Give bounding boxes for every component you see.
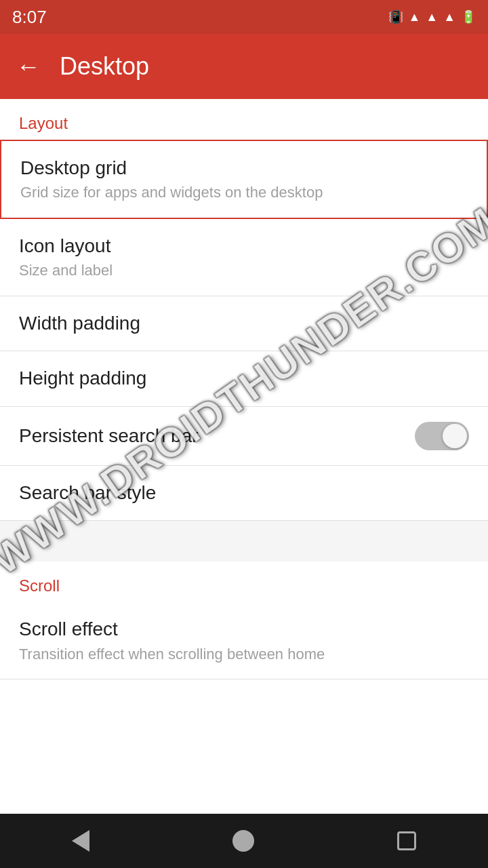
vibrate-icon: 📳 xyxy=(388,9,403,24)
persistent-search-bar-toggle[interactable] xyxy=(415,422,469,450)
recents-nav-icon xyxy=(397,831,416,850)
settings-item-desktop-grid[interactable]: Desktop grid Grid size for apps and widg… xyxy=(0,140,488,219)
bottom-nav xyxy=(0,814,488,868)
back-nav-icon xyxy=(72,830,89,852)
desktop-grid-subtitle: Grid size for apps and widgets on the de… xyxy=(20,183,468,203)
section-header-layout: Layout xyxy=(0,99,488,140)
back-button[interactable]: ← xyxy=(16,52,41,81)
settings-item-icon-layout[interactable]: Icon layout Size and label xyxy=(0,219,488,296)
width-padding-title: Width padding xyxy=(19,311,469,336)
height-padding-title: Height padding xyxy=(19,366,469,391)
toolbar: ← Desktop xyxy=(0,34,488,99)
search-bar-style-title: Search bar style xyxy=(19,481,469,505)
section-divider xyxy=(0,521,488,561)
signal2-icon: ▲ xyxy=(443,10,455,24)
status-icons: 📳 ▲ ▲ ▲ 🔋 xyxy=(388,9,476,24)
settings-item-scroll-effect[interactable]: Scroll effect Transition effect when scr… xyxy=(0,602,488,679)
toggle-knob xyxy=(443,424,467,448)
status-bar: 8:07 📳 ▲ ▲ ▲ 🔋 xyxy=(0,0,488,34)
desktop-grid-title: Desktop grid xyxy=(20,156,468,180)
status-time: 8:07 xyxy=(12,7,47,28)
scroll-effect-title: Scroll effect xyxy=(19,617,469,642)
battery-icon: 🔋 xyxy=(461,9,476,24)
wifi-icon: ▲ xyxy=(409,10,421,24)
settings-item-height-padding[interactable]: Height padding xyxy=(0,351,488,406)
content: Layout Desktop grid Grid size for apps a… xyxy=(0,99,488,679)
recents-nav-button[interactable] xyxy=(397,831,416,850)
icon-layout-subtitle: Size and label xyxy=(19,261,469,281)
section-header-scroll: Scroll xyxy=(0,561,488,602)
settings-item-width-padding[interactable]: Width padding xyxy=(0,296,488,351)
toolbar-title: Desktop xyxy=(60,52,149,81)
settings-item-search-bar-style[interactable]: Search bar style xyxy=(0,466,488,521)
icon-layout-title: Icon layout xyxy=(19,234,469,258)
persistent-search-bar-title: Persistent search bar xyxy=(19,424,199,448)
home-nav-button[interactable] xyxy=(232,830,254,852)
scroll-effect-subtitle: Transition effect when scrolling between… xyxy=(19,645,469,665)
settings-item-persistent-search-bar[interactable]: Persistent search bar xyxy=(0,407,488,466)
back-nav-button[interactable] xyxy=(72,830,89,852)
home-nav-icon xyxy=(232,830,254,852)
signal1-icon: ▲ xyxy=(426,10,438,24)
